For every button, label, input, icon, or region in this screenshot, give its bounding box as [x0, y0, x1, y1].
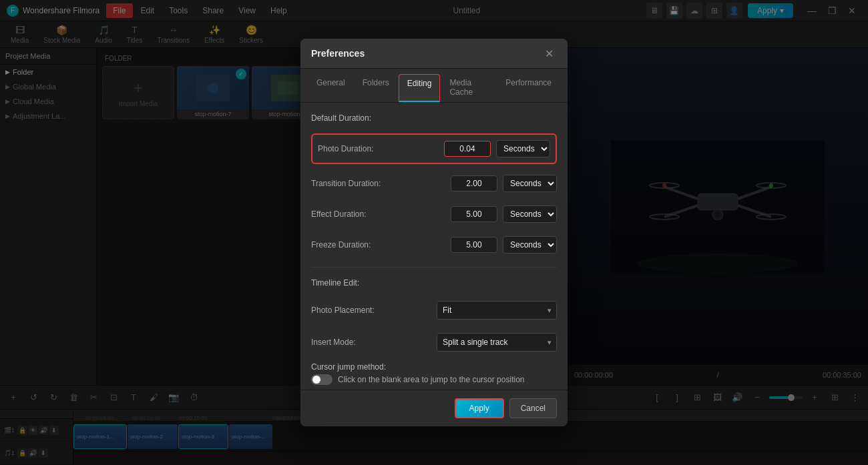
tab-general[interactable]: General — [308, 74, 353, 102]
cursor-jump-checkbox-row: Click on the blank area to jump to the c… — [311, 374, 557, 385]
tab-folders[interactable]: Folders — [355, 74, 397, 102]
effect-duration-label: Effect Duration: — [311, 209, 445, 219]
transition-duration-unit-select[interactable]: Seconds — [503, 175, 557, 192]
tab-editing[interactable]: Editing — [399, 74, 441, 102]
photo-duration-label: Photo Duration: — [318, 144, 439, 153]
effect-duration-input[interactable] — [451, 206, 497, 222]
photo-duration-row: Photo Duration: Seconds — [318, 137, 550, 160]
cursor-jump-label: Cursor jump method: — [311, 362, 557, 372]
tab-media-cache[interactable]: Media Cache — [441, 74, 496, 102]
dialog-tabs: General Folders Editing Media Cache Perf… — [300, 69, 568, 103]
insert-mode-wrapper: Split a single track Split all tracks In… — [437, 333, 557, 352]
freeze-duration-row: Freeze Duration: Seconds — [311, 234, 557, 256]
insert-mode-row: Insert Mode: Split a single track Split … — [311, 330, 557, 354]
preferences-dialog: Preferences ✕ General Folders Editing Me… — [300, 39, 568, 426]
transition-duration-input[interactable] — [451, 175, 497, 191]
freeze-duration-input[interactable] — [451, 237, 497, 253]
photo-placement-wrapper: Fit Fill Stretch None — [437, 301, 557, 320]
transition-duration-label: Transition Duration: — [311, 179, 445, 188]
freeze-duration-unit-select[interactable]: Seconds — [503, 236, 557, 254]
photo-duration-unit-select[interactable]: Seconds — [496, 140, 550, 157]
apply-button[interactable]: Apply — [455, 398, 504, 418]
transition-duration-row: Transition Duration: Seconds — [311, 172, 557, 195]
tab-performance[interactable]: Performance — [497, 74, 560, 102]
dialog-title: Preferences — [311, 48, 365, 59]
insert-mode-select[interactable]: Split a single track Split all tracks In… — [437, 333, 557, 352]
photo-duration-input[interactable] — [444, 141, 491, 157]
dialog-header: Preferences ✕ — [300, 39, 568, 69]
section-divider — [311, 267, 557, 268]
cursor-jump-toggle[interactable] — [311, 374, 333, 385]
dialog-overlay: Preferences ✕ General Folders Editing Me… — [0, 0, 868, 465]
photo-placement-select[interactable]: Fit Fill Stretch None — [437, 301, 557, 320]
effect-duration-unit-select[interactable]: Seconds — [503, 205, 557, 223]
cursor-jump-text: Click on the blank area to jump to the c… — [338, 375, 524, 384]
freeze-duration-label: Freeze Duration: — [311, 240, 445, 250]
dialog-body: Default Duration: Photo Duration: Second… — [300, 103, 568, 390]
effect-duration-row: Effect Duration: Seconds — [311, 203, 557, 225]
photo-placement-row: Photo Placement: Fit Fill Stretch None — [311, 298, 557, 322]
default-duration-section: Default Duration: — [311, 113, 557, 123]
dialog-close-button[interactable]: ✕ — [541, 45, 557, 61]
dialog-footer: Apply Cancel — [300, 390, 568, 426]
insert-mode-label: Insert Mode: — [311, 338, 431, 347]
timeline-edit-section: Timeline Edit: — [311, 278, 557, 288]
photo-placement-label: Photo Placement: — [311, 306, 431, 315]
cancel-button[interactable]: Cancel — [509, 398, 557, 418]
cursor-jump-section: Cursor jump method: Click on the blank a… — [311, 362, 557, 385]
photo-duration-row-highlighted: Photo Duration: Seconds — [311, 133, 557, 164]
